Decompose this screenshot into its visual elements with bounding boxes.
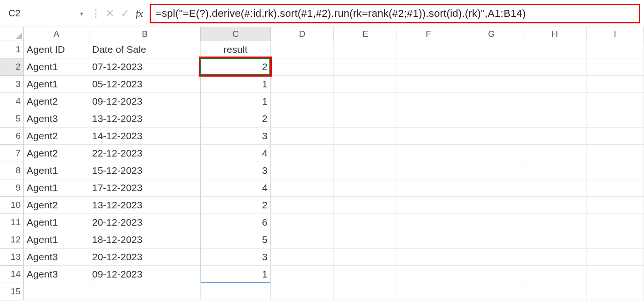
cell-D4[interactable]	[271, 93, 334, 110]
cell-E4[interactable]	[334, 93, 397, 110]
cell-D10[interactable]	[271, 197, 334, 214]
row-header-7[interactable]: 7	[0, 145, 24, 162]
cell-I13[interactable]	[586, 249, 644, 266]
formula-input[interactable]: =spl("=E(?).derive(#:id,rk).sort(#1,#2).…	[150, 4, 640, 23]
cell-A3[interactable]: Agent1	[24, 76, 89, 93]
cell-C15[interactable]	[201, 283, 271, 300]
cell-E15[interactable]	[334, 283, 397, 300]
cell-C10[interactable]: 2	[201, 197, 271, 214]
cell-B3[interactable]: 05-12-2023	[89, 76, 201, 93]
cell-I11[interactable]	[586, 214, 644, 231]
cell-C8[interactable]: 3	[201, 162, 271, 179]
cell-G3[interactable]	[460, 76, 523, 93]
cell-I15[interactable]	[586, 283, 644, 300]
cell-I1[interactable]	[586, 41, 644, 58]
row-header-3[interactable]: 3	[0, 76, 24, 93]
cell-A13[interactable]: Agent3	[24, 249, 89, 266]
cell-G11[interactable]	[460, 214, 523, 231]
row-header-11[interactable]: 11	[0, 214, 24, 231]
cell-A14[interactable]: Agent3	[24, 266, 89, 283]
cell-F11[interactable]	[397, 214, 460, 231]
cell-I2[interactable]	[586, 58, 644, 76]
cell-D6[interactable]	[271, 128, 334, 145]
cell-D8[interactable]	[271, 162, 334, 179]
cell-H11[interactable]	[523, 214, 586, 231]
cell-G7[interactable]	[460, 145, 523, 162]
cell-I14[interactable]	[586, 266, 644, 283]
cell-I8[interactable]	[586, 162, 644, 179]
cell-B4[interactable]: 09-12-2023	[89, 93, 201, 110]
cell-H5[interactable]	[523, 110, 586, 128]
cell-I5[interactable]	[586, 110, 644, 128]
cell-H9[interactable]	[523, 179, 586, 197]
cell-C3[interactable]: 1	[201, 76, 271, 93]
cell-G9[interactable]	[460, 179, 523, 197]
cell-A6[interactable]: Agent2	[24, 128, 89, 145]
cell-B5[interactable]: 13-12-2023	[89, 110, 201, 128]
cell-G12[interactable]	[460, 231, 523, 249]
cell-E8[interactable]	[334, 162, 397, 179]
cell-E10[interactable]	[334, 197, 397, 214]
column-header-A[interactable]: A	[24, 27, 89, 41]
cancel-icon[interactable]: ✕	[106, 7, 114, 20]
cell-A12[interactable]: Agent1	[24, 231, 89, 249]
cell-F15[interactable]	[397, 283, 460, 300]
cell-E6[interactable]	[334, 128, 397, 145]
cell-B12[interactable]: 18-12-2023	[89, 231, 201, 249]
cell-B10[interactable]: 13-12-2023	[89, 197, 201, 214]
cell-H14[interactable]	[523, 266, 586, 283]
cell-F10[interactable]	[397, 197, 460, 214]
cell-B7[interactable]: 22-12-2023	[89, 145, 201, 162]
cell-D14[interactable]	[271, 266, 334, 283]
cell-C7[interactable]: 4	[201, 145, 271, 162]
cell-B6[interactable]: 14-12-2023	[89, 128, 201, 145]
cell-B14[interactable]: 09-12-2023	[89, 266, 201, 283]
cell-E3[interactable]	[334, 76, 397, 93]
cell-D3[interactable]	[271, 76, 334, 93]
cell-B2[interactable]: 07-12-2023	[89, 58, 201, 76]
cell-H4[interactable]	[523, 93, 586, 110]
fx-icon[interactable]: fx	[136, 7, 143, 20]
cell-D13[interactable]	[271, 249, 334, 266]
cell-D15[interactable]	[271, 283, 334, 300]
column-header-I[interactable]: I	[586, 27, 644, 41]
cell-H2[interactable]	[523, 58, 586, 76]
cell-H1[interactable]	[523, 41, 586, 58]
cell-A7[interactable]: Agent2	[24, 145, 89, 162]
cell-A9[interactable]: Agent1	[24, 179, 89, 197]
cell-I4[interactable]	[586, 93, 644, 110]
cell-I6[interactable]	[586, 128, 644, 145]
row-header-4[interactable]: 4	[0, 93, 24, 110]
cell-C14[interactable]: 1	[201, 266, 271, 283]
cell-I10[interactable]	[586, 197, 644, 214]
row-header-6[interactable]: 6	[0, 128, 24, 145]
cell-E14[interactable]	[334, 266, 397, 283]
cell-G15[interactable]	[460, 283, 523, 300]
chevron-down-icon[interactable]: ▾	[80, 10, 83, 17]
cell-G8[interactable]	[460, 162, 523, 179]
cell-B8[interactable]: 15-12-2023	[89, 162, 201, 179]
cell-G13[interactable]	[460, 249, 523, 266]
cell-C5[interactable]: 2	[201, 110, 271, 128]
row-header-1[interactable]: 1	[0, 41, 24, 58]
name-box[interactable]: C2 ▾	[4, 4, 88, 23]
cell-E5[interactable]	[334, 110, 397, 128]
cell-F4[interactable]	[397, 93, 460, 110]
cell-I12[interactable]	[586, 231, 644, 249]
column-header-E[interactable]: E	[334, 27, 397, 41]
cell-G6[interactable]	[460, 128, 523, 145]
cell-I3[interactable]	[586, 76, 644, 93]
column-header-G[interactable]: G	[460, 27, 523, 41]
cell-G14[interactable]	[460, 266, 523, 283]
cell-G5[interactable]	[460, 110, 523, 128]
cell-A11[interactable]: Agent1	[24, 214, 89, 231]
column-header-D[interactable]: D	[271, 27, 334, 41]
cell-I7[interactable]	[586, 145, 644, 162]
cell-C1[interactable]: result	[201, 41, 271, 58]
row-header-8[interactable]: 8	[0, 162, 24, 179]
cell-E2[interactable]	[334, 58, 397, 76]
cell-G1[interactable]	[460, 41, 523, 58]
cell-A5[interactable]: Agent3	[24, 110, 89, 128]
cell-G4[interactable]	[460, 93, 523, 110]
cell-C11[interactable]: 6	[201, 214, 271, 231]
